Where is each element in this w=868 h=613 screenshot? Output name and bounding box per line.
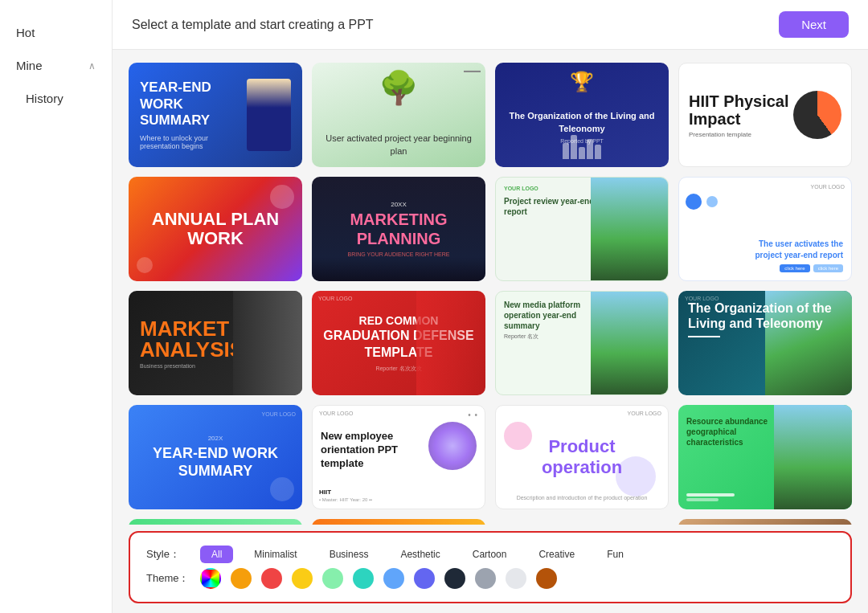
sidebar-item-hot[interactable]: Hot [0,16,112,49]
person-graphic [416,291,485,395]
color-rainbow[interactable] [200,568,221,589]
card-logo: YOUR LOGO [628,411,661,416]
color-teal[interactable] [353,568,374,589]
template-card-new-employee[interactable]: YOUR LOGO • • New employee orientation P… [312,405,485,509]
card-subtitle: Where to unlock your presentation begins [140,134,247,150]
color-blue[interactable] [383,568,404,589]
card-title: The Organization of the Living and Teleo… [505,110,659,135]
mountain-graphic [591,178,668,280]
card-subtitle: Reporter 名次次次 [375,365,421,373]
template-card-product-operation[interactable]: YOUR LOGO Productoperation Description a… [495,405,669,509]
scroll-indicator: ∨ [495,519,669,525]
card-title: New media platform operation year-end su… [504,300,590,331]
color-tan[interactable] [536,568,557,589]
template-card-market-analysis[interactable]: YOUR LOGO MARKETANALYSIS Business presen… [129,291,302,395]
color-dark[interactable] [444,568,465,589]
sidebar: Hot Mine ∧ History [0,0,113,613]
partial-card-2[interactable] [312,519,485,525]
tree-icon: 🌳 [379,69,419,107]
button-2: click here [813,264,843,272]
circle-decoration-2 [137,257,153,273]
image-graphic [774,405,852,509]
circle-graphic [793,91,841,139]
divider [688,336,720,337]
style-btn-business[interactable]: Business [318,546,380,563]
style-btn-minimalist[interactable]: Minimalist [243,546,308,563]
page-title: Select a template and start creating a P… [132,18,374,32]
theme-filter-row: Theme： [146,568,834,589]
card-label: 202X [208,435,223,442]
sidebar-hot-label: Hot [16,26,35,39]
city-graphic [312,257,485,281]
template-card-user-activates-report[interactable]: YOUR LOGO The user activates the project… [678,177,852,281]
template-card-user-activated[interactable]: ▬▬▬ 🌳 User activated project year beginn… [312,63,485,167]
card-dots: • • [468,411,478,419]
card-label: 20XX [391,201,407,208]
style-btn-all[interactable]: All [200,546,233,563]
filter-bar: Style： All Minimalist Business Aesthetic… [129,531,852,603]
template-card-hiit[interactable]: HIIT Physical Impact Presentation templa… [678,63,852,167]
card-buttons: click here click here [780,264,843,272]
card-title: YEAR-END WORK SUMMARY [140,80,247,129]
sidebar-item-history[interactable]: History [0,82,112,115]
person-graphic [247,79,291,151]
theme-label: Theme： [146,571,190,586]
next-button[interactable]: Next [779,11,849,38]
color-red[interactable] [261,568,282,589]
color-orange[interactable] [231,568,252,589]
style-btn-aesthetic[interactable]: Aesthetic [389,546,451,563]
template-card-new-media[interactable]: New media platform operation year-end su… [495,291,669,395]
card-title: The Organization of the Living and Teleo… [688,300,842,331]
template-card-marketing-planning[interactable]: 20XX MARKETING PLANNING BRING YOUR AUDIE… [312,177,485,281]
template-card-red-common[interactable]: YOUR LOGO RED COMMON GRADUATION DEFENSE … [312,291,485,395]
mountain-graphic [591,292,668,394]
card-top-bar: ▬▬▬ [464,67,481,73]
color-gray[interactable] [475,568,496,589]
template-card-year-end-blue[interactable]: YEAR-END WORK SUMMARY Where to unlock yo… [129,63,302,167]
circle-pink [504,422,532,450]
card-title: YEAR-END WORK SUMMARY [138,445,293,480]
card-subtitle: Business presentation [140,363,195,369]
template-grid: YEAR-END WORK SUMMARY Where to unlock yo… [129,63,852,509]
template-card-project-review[interactable]: YOUR LOGO Project review year-end summar… [495,177,669,281]
card-title: User activated project year beginning pl… [312,133,485,157]
style-btn-cartoon[interactable]: Cartoon [461,546,518,563]
template-card-organization-teal[interactable]: YOUR LOGO The Organization of the Living… [678,291,852,395]
style-btn-fun[interactable]: Fun [596,546,635,563]
style-btn-creative[interactable]: Creative [527,546,586,563]
color-indigo[interactable] [414,568,435,589]
partial-card-4[interactable] [678,519,852,525]
card-title: Productoperation [542,436,622,479]
bar-1 [686,493,735,497]
header: Select a template and start creating a P… [113,0,868,50]
color-green[interactable] [322,568,343,589]
card-logo: YOUR LOGO [811,184,845,190]
template-card-resource-abundance[interactable]: YOUR LOGO Resource abundance geographica… [678,405,852,509]
card-sub-bold: HIIT [319,488,372,496]
card-sub-small: • Master: HIIT Year: 20 •• [319,497,372,502]
partial-card-1[interactable] [129,519,302,525]
card-title: The user activates the project year-end … [740,239,843,261]
color-yellow[interactable] [292,568,313,589]
chart-graphic [563,135,601,159]
card-title: MARKETING PLANNING [321,210,476,248]
template-content: YEAR-END WORK SUMMARY Where to unlock yo… [113,50,868,525]
partial-row: ∨ [129,519,852,525]
card-logo: YOUR LOGO [262,411,296,417]
circle-decoration [270,477,294,501]
sidebar-item-mine[interactable]: Mine ∧ [0,49,112,82]
dot-decorations [686,194,718,210]
main-area: Select a template and start creating a P… [113,0,868,613]
card-logo: YOUR LOGO [319,411,353,416]
card-title: New employee orientation PPT template [321,430,407,471]
sidebar-history-label: History [26,92,63,105]
card-title: HIIT Physical Impact [689,92,793,128]
template-card-organization[interactable]: 🏆 The Organization of the Living and Tel… [495,63,669,167]
circle-decoration [270,185,294,209]
style-filter-row: Style： All Minimalist Business Aesthetic… [146,546,834,563]
template-card-annual-plan[interactable]: ANNUAL PLAN WORK [129,177,302,281]
template-card-year-end-small[interactable]: YOUR LOGO 202X YEAR-END WORK SUMMARY [129,405,302,509]
card-subtitle: Description and introduction of the prod… [517,495,648,501]
bar-2 [686,498,719,501]
color-light-gray[interactable] [506,568,526,589]
